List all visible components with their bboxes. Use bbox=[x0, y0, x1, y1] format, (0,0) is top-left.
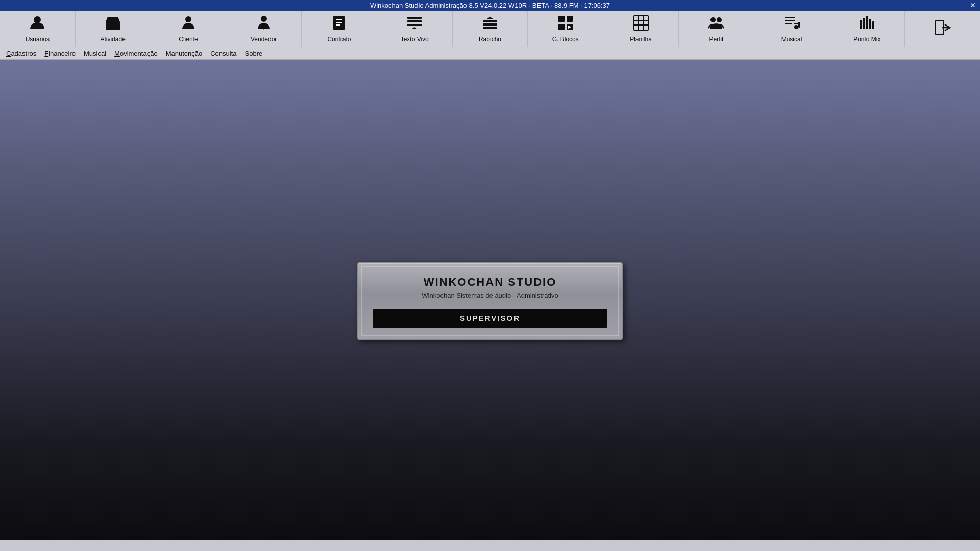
svg-rect-23 bbox=[634, 16, 648, 30]
toolbar-btn-cliente[interactable]: Cliente bbox=[151, 11, 227, 47]
person-group-icon bbox=[708, 15, 724, 34]
person-icon bbox=[180, 15, 197, 34]
store-icon bbox=[105, 15, 121, 34]
menu-musical[interactable]: Musical bbox=[80, 48, 110, 58]
svg-point-3 bbox=[185, 16, 191, 22]
svg-rect-30 bbox=[785, 17, 795, 18]
person-tie-icon bbox=[256, 15, 272, 34]
svg-rect-32 bbox=[785, 23, 792, 24]
user-icon bbox=[29, 15, 45, 34]
card-subtitle: Winkochan Sistemas de áudio - Administra… bbox=[373, 292, 607, 299]
grid-play-icon bbox=[557, 15, 574, 34]
card-user-badge: SUPERVISOR bbox=[373, 309, 607, 328]
toolbar-label-g-blocos: G. Blocos bbox=[552, 36, 579, 43]
toolbar: Usuários Atividade Cliente Vendedor Cont… bbox=[0, 11, 980, 47]
menu-manutencao[interactable]: Manutenção bbox=[162, 48, 207, 58]
toolbar-label-rabicho: Rabicho bbox=[479, 36, 501, 43]
menu-sobre[interactable]: Sobre bbox=[241, 48, 267, 58]
toolbar-label-usuarios: Usuários bbox=[26, 36, 50, 43]
toolbar-btn-vendedor[interactable]: Vendedor bbox=[226, 11, 302, 47]
svg-point-29 bbox=[717, 17, 722, 22]
menu-consulta[interactable]: Consulta bbox=[206, 48, 240, 58]
svg-rect-12 bbox=[407, 24, 422, 26]
svg-rect-15 bbox=[483, 20, 497, 22]
svg-rect-38 bbox=[866, 16, 868, 29]
toolbar-btn-atividade[interactable]: Atividade bbox=[76, 11, 151, 47]
svg-rect-20 bbox=[558, 24, 565, 30]
svg-marker-14 bbox=[487, 17, 493, 19]
toolbar-label-perfil: Perfil bbox=[709, 36, 723, 43]
toolbar-btn-planilha[interactable]: Planilha bbox=[603, 11, 679, 47]
toolbar-btn-texto-vivo[interactable]: Texto Vivo bbox=[377, 11, 453, 47]
svg-rect-2 bbox=[111, 25, 115, 30]
toolbar-label-planilha: Planilha bbox=[630, 36, 652, 43]
svg-rect-31 bbox=[785, 20, 795, 21]
toolbar-btn-rabicho[interactable]: Rabicho bbox=[453, 11, 528, 47]
svg-rect-35 bbox=[794, 23, 798, 24]
svg-rect-11 bbox=[407, 20, 422, 22]
svg-rect-18 bbox=[558, 16, 565, 22]
svg-rect-10 bbox=[407, 17, 422, 19]
svg-rect-17 bbox=[483, 27, 497, 29]
menu-financeiro[interactable]: Financeiro bbox=[40, 48, 80, 58]
toolbar-label-contrato: Contrato bbox=[327, 36, 351, 43]
toolbar-label-atividade: Atividade bbox=[100, 36, 125, 43]
svg-point-33 bbox=[794, 25, 798, 29]
svg-rect-34 bbox=[798, 22, 800, 28]
lines-down-icon bbox=[406, 15, 423, 34]
menu-cadastros[interactable]: Cadastros bbox=[2, 48, 40, 58]
title-text: Winkochan Studio Administração 8.5 V24.0… bbox=[370, 2, 610, 9]
toolbar-btn-musical[interactable]: Musical bbox=[754, 11, 830, 47]
svg-rect-36 bbox=[860, 20, 862, 29]
toolbar-btn-g-blocos[interactable]: G. Blocos bbox=[528, 11, 603, 47]
toolbar-label-musical: Musical bbox=[781, 36, 802, 43]
grid-icon bbox=[633, 15, 649, 34]
svg-rect-40 bbox=[872, 21, 874, 29]
toolbar-btn-ponto-mix[interactable]: Ponto Mix bbox=[829, 11, 905, 47]
toolbar-btn-usuarios[interactable]: Usuários bbox=[0, 11, 76, 47]
svg-rect-19 bbox=[567, 16, 573, 22]
center-card: WINKOCHAN STUDIO Winkochan Sistemas de á… bbox=[357, 262, 623, 340]
svg-point-28 bbox=[710, 17, 716, 22]
main-content: WINKOCHAN STUDIO Winkochan Sistemas de á… bbox=[0, 60, 980, 542]
toolbar-label-vendedor: Vendedor bbox=[251, 36, 277, 43]
statusbar bbox=[0, 540, 980, 551]
svg-marker-13 bbox=[411, 27, 418, 29]
close-button[interactable]: ✕ bbox=[970, 1, 976, 9]
toolbar-btn-exit[interactable] bbox=[905, 11, 980, 47]
title-bar: Winkochan Studio Administração 8.5 V24.0… bbox=[0, 0, 980, 11]
exit-icon bbox=[935, 19, 951, 38]
menu-movimentacao[interactable]: Movimentação bbox=[110, 48, 162, 58]
music-list-icon bbox=[783, 15, 800, 34]
toolbar-label-texto-vivo: Texto Vivo bbox=[401, 36, 429, 43]
toolbar-btn-perfil[interactable]: Perfil bbox=[679, 11, 754, 47]
svg-rect-37 bbox=[863, 18, 865, 29]
svg-point-0 bbox=[34, 16, 41, 23]
svg-rect-39 bbox=[869, 19, 871, 29]
lines-up-icon bbox=[482, 15, 498, 34]
card-title: WINKOCHAN STUDIO bbox=[373, 276, 607, 289]
toolbar-btn-contrato[interactable]: Contrato bbox=[302, 11, 377, 47]
svg-point-4 bbox=[261, 16, 267, 22]
toolbar-label-cliente: Cliente bbox=[179, 36, 198, 43]
menubar: Cadastros Financeiro Musical Movimentaçã… bbox=[0, 47, 980, 60]
audio-bars-icon bbox=[859, 15, 875, 34]
toolbar-label-ponto-mix: Ponto Mix bbox=[853, 36, 880, 43]
doc-icon bbox=[331, 15, 347, 34]
svg-rect-16 bbox=[483, 23, 497, 26]
